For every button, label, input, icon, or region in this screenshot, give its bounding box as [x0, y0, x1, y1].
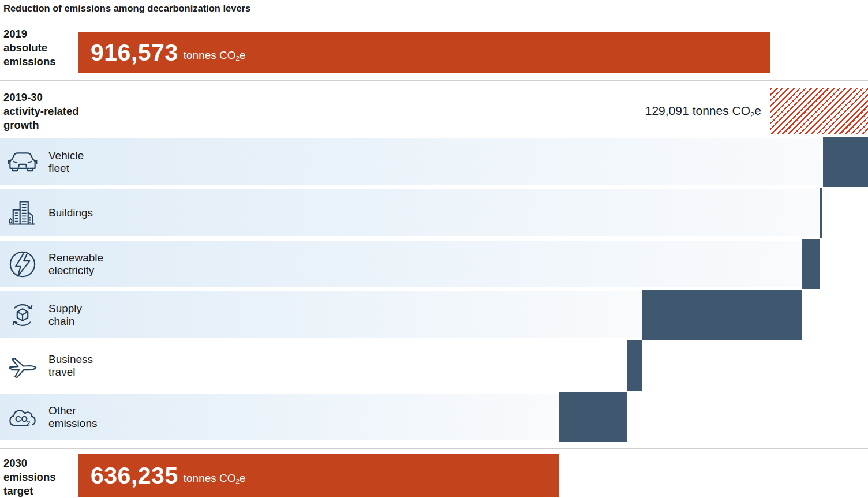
lever-bar [627, 340, 642, 391]
lever-label: Supply chain [48, 302, 82, 328]
growth-label: 2019-30 activity-related growth [3, 91, 79, 132]
lever-bar [559, 392, 627, 442]
target-label: 2030 emissions target [3, 456, 56, 498]
row-band [0, 241, 802, 287]
start-row: 2019 absolute emissions 916,573 tonnes C… [0, 23, 868, 80]
growth-value: 129,091tonnes CO2e [645, 104, 761, 119]
target-value: 636,235 [91, 462, 178, 489]
lever-label: Renewable electricity [48, 252, 103, 277]
divider [0, 448, 868, 449]
start-bar: 916,573 tonnes CO2e [78, 32, 770, 73]
row-band [0, 291, 642, 338]
lever-bar [642, 290, 802, 340]
lever-label: Buildings [48, 207, 93, 219]
target-row: 2030 emissions target 636,235 tonnes CO2… [0, 450, 868, 498]
lever-bar [802, 239, 820, 289]
chart-title: Reduction of emissions among decarboniza… [3, 3, 250, 14]
lightning-bolt-icon [8, 249, 38, 279]
lever-bar [820, 188, 822, 238]
svg-text:CO: CO [15, 414, 28, 424]
svg-text:2: 2 [27, 420, 31, 426]
row-band [0, 138, 823, 185]
start-unit: tonnes CO2e [184, 43, 246, 62]
co2-cloud-icon: CO 2 [8, 402, 38, 432]
growth-row: 2019-30 activity-related growth 129,091t… [0, 80, 868, 138]
lever-bar [823, 137, 868, 187]
row-band [0, 342, 627, 389]
target-unit: tonnes CO2e [184, 466, 246, 485]
airplane-icon [8, 351, 38, 381]
start-label: 2019 absolute emissions [3, 27, 56, 69]
supply-chain-cube-icon [8, 300, 38, 330]
lever-label: Vehicle fleet [48, 149, 84, 175]
growth-bar [770, 88, 868, 134]
waterfall-chart: Reduction of emissions among decarboniza… [0, 0, 868, 498]
lever-label: Other emissions [48, 405, 97, 430]
lever-label: Business travel [48, 353, 93, 379]
row-band [0, 189, 820, 236]
buildings-icon [8, 198, 38, 228]
target-bar: 636,235 tonnes CO2e [78, 454, 559, 497]
start-value: 916,573 [91, 39, 178, 66]
car-icon [8, 147, 38, 177]
